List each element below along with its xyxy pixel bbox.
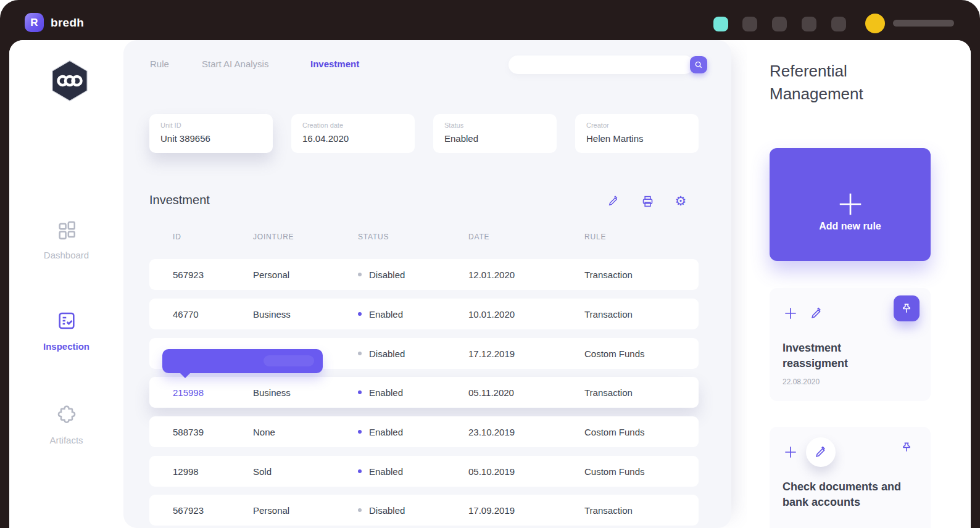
plus-icon <box>836 190 865 218</box>
cell-rule: Transaction <box>584 387 699 398</box>
cell-id-link[interactable]: 215998 <box>149 387 253 398</box>
company-hexagon-logo <box>50 60 89 102</box>
brand-name: bredh <box>51 16 84 30</box>
rule-card-investment-reassigment[interactable]: Investment reassigment 22.08.2020 <box>770 288 931 401</box>
status-dot <box>358 469 362 473</box>
dashboard-grid-icon <box>56 219 77 240</box>
info-card-value: Unit 389656 <box>160 133 262 144</box>
sidebar-item-label: Artifacts <box>9 435 123 445</box>
search-button[interactable] <box>690 56 707 73</box>
cell-date: 10.01.2020 <box>468 309 584 320</box>
table-row[interactable]: 567923 Personal Disabled 17.09.2019 Tran… <box>149 495 699 526</box>
cell-jointure: Personal <box>253 505 358 516</box>
window-control-2[interactable] <box>772 17 787 31</box>
window-control-teal[interactable] <box>713 17 728 31</box>
inspection-checklist-icon <box>56 310 77 331</box>
cell-status: Enabled <box>358 309 468 320</box>
window-control-4[interactable] <box>831 17 846 31</box>
status-dot <box>358 430 362 434</box>
info-card-creator: Creator Helen Martins <box>575 114 699 153</box>
brand: R bredh <box>25 13 84 32</box>
cell-rule: Transaction <box>584 505 699 516</box>
cell-status: Enabled <box>358 427 468 437</box>
panel-title: Referential Management <box>770 60 905 105</box>
info-card-label: Unit ID <box>160 122 262 129</box>
tab-rule[interactable]: Rule <box>150 59 172 69</box>
window-control-bar[interactable] <box>893 20 954 27</box>
pin-button[interactable] <box>894 295 920 321</box>
pencil-icon[interactable] <box>810 307 823 320</box>
plus-icon[interactable] <box>783 444 799 460</box>
app-surface: Dashboard Inspection A <box>9 40 971 528</box>
window-control-3[interactable] <box>802 17 816 31</box>
window-control-account[interactable] <box>865 14 885 33</box>
status-dot <box>358 352 362 355</box>
cell-status: Disabled <box>358 349 468 359</box>
rule-card-check-documents[interactable]: Check documents and bank accounts <box>770 427 931 528</box>
cell-date: 05.11.2020 <box>468 387 584 398</box>
pencil-icon[interactable] <box>806 437 836 467</box>
sidebar-item-inspection[interactable]: Inspection <box>9 310 123 352</box>
sidebar-item-label: Inspection <box>9 341 123 352</box>
section-title: Investment <box>149 193 210 207</box>
cell-jointure: None <box>253 427 358 437</box>
cell-rule: Costom Funds <box>584 427 699 437</box>
cell-id: 567923 <box>149 270 253 280</box>
column-header-jointure: JOINTURE <box>253 233 358 241</box>
cell-id: 12998 <box>149 466 253 477</box>
info-card-value: 16.04.2020 <box>302 133 404 144</box>
cell-date: 17.09.2019 <box>468 505 584 516</box>
cell-rule: Transaction <box>584 270 699 280</box>
status-dot <box>358 508 362 512</box>
gear-icon[interactable]: ⚙ <box>674 194 687 208</box>
cell-id: 46770 <box>149 309 253 320</box>
cell-rule: Costom Funds <box>584 349 699 359</box>
table-header: ID JOINTURE STATUS DATE RULE <box>149 233 699 241</box>
topbar: R bredh <box>0 0 980 40</box>
sidebar-item-label: Dashboard <box>9 250 123 260</box>
tooltip-highlight <box>264 355 314 366</box>
status-dot <box>358 312 362 316</box>
plus-icon[interactable] <box>783 305 799 321</box>
table-row[interactable]: 588739 None Enabled 23.10.2019 Costom Fu… <box>149 416 699 447</box>
table-row[interactable]: 215998 Business Enabled 05.11.2020 Trans… <box>149 377 699 408</box>
row-tooltip <box>162 349 323 373</box>
cell-status: Disabled <box>358 505 468 516</box>
pencil-icon[interactable] <box>607 194 620 208</box>
cell-id: 588739 <box>149 427 253 437</box>
search-icon <box>694 60 703 69</box>
pin-icon <box>900 302 913 315</box>
cell-jointure: Business <box>253 309 358 320</box>
rule-card-date: 22.08.2020 <box>783 377 918 386</box>
sidebar-item-artifacts[interactable]: Artifacts <box>9 403 123 445</box>
window-control-1[interactable] <box>742 17 757 31</box>
puzzle-icon <box>56 403 78 425</box>
cell-date: 12.01.2020 <box>468 270 584 280</box>
info-card-label: Status <box>444 122 546 129</box>
table-row[interactable]: 12998 Sold Enabled 05.10.2019 Custom Fun… <box>149 456 699 487</box>
table-row[interactable]: 567923 Personal Disabled 12.01.2020 Tran… <box>149 259 699 290</box>
window-frame: R bredh <box>0 0 980 528</box>
search-input[interactable] <box>509 56 694 74</box>
info-card-value: Enabled <box>444 133 546 144</box>
pin-button[interactable] <box>894 434 920 460</box>
cell-status: Enabled <box>358 387 468 398</box>
cell-rule: Custom Funds <box>584 466 699 477</box>
add-new-rule-label: Add new rule <box>770 221 931 232</box>
rule-card-title: Check documents and bank accounts <box>783 479 918 510</box>
printer-icon[interactable] <box>641 194 654 208</box>
cell-status: Enabled <box>358 466 468 477</box>
main-content-panel: Rule Start AI Analysis Investment Unit I… <box>123 40 731 528</box>
sidebar: Dashboard Inspection A <box>9 40 123 528</box>
info-card-value: Helen Martins <box>586 133 687 144</box>
info-card-unit-id: Unit ID Unit 389656 <box>149 114 273 153</box>
tab-start-ai-analysis[interactable]: Start AI Analysis <box>202 59 281 69</box>
cell-date: 23.10.2019 <box>468 427 584 437</box>
table-row[interactable]: 46770 Business Enabled 10.01.2020 Transa… <box>149 299 699 329</box>
cell-rule: Transaction <box>584 309 699 320</box>
status-dot <box>358 390 362 394</box>
add-new-rule-button[interactable]: Add new rule <box>770 148 931 261</box>
status-dot <box>358 273 362 276</box>
tab-investment[interactable]: Investment <box>310 59 359 69</box>
sidebar-item-dashboard[interactable]: Dashboard <box>9 219 123 260</box>
